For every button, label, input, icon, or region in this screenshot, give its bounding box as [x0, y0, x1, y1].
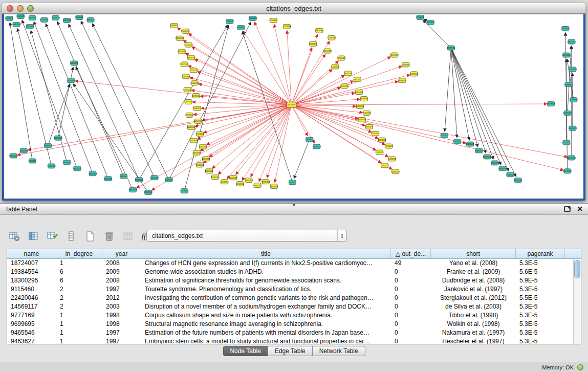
zoom-window-button[interactable] [27, 5, 34, 12]
splitter-handle[interactable]: ▼ [292, 203, 296, 207]
tab-edge-table[interactable]: Edge Table [268, 346, 313, 356]
table-row[interactable]: 946554611997Estimation of the future num… [7, 329, 581, 337]
graph-node-label: 17241283 [211, 177, 220, 179]
close-panel-icon[interactable]: ✕ [577, 205, 583, 212]
delete-table-icon[interactable] [103, 230, 115, 243]
graph-edge [46, 24, 108, 179]
close-window-button[interactable] [7, 5, 13, 12]
table-cell: 1 [56, 329, 102, 337]
select-columns-icon[interactable] [27, 230, 39, 243]
float-panel-icon[interactable] [564, 206, 571, 212]
graph-node-label: 24034512 [63, 162, 71, 164]
status-bar: Memory: OK [0, 362, 588, 372]
graph-node-label: 16419013 [189, 140, 198, 142]
table-cell: Genome-wide association studies in ADHD. [141, 268, 391, 276]
table-cell: 2003 [102, 302, 141, 311]
network-select-dropdown[interactable]: citations_edges.txt ▲▼ [146, 230, 347, 242]
table-cell: 6 [56, 268, 102, 276]
table-row[interactable]: 1456911722003Disruption of a novel membe… [7, 302, 581, 311]
graph-node-label: 14957583 [202, 158, 210, 160]
column-header-out_de[interactable]: △ out_de... [391, 249, 431, 259]
table-cell: 18300295 [7, 276, 56, 285]
graph-edge [198, 105, 292, 139]
table-cell: Jankovic et al. (1997) [431, 285, 516, 294]
graph-node-label: 17450831 [402, 64, 410, 66]
graph-edge [451, 48, 477, 147]
graph-node-label: 16121626 [340, 85, 349, 87]
table-cell: Corpus callosum shape and size in male p… [141, 311, 391, 320]
table-cell: 9463627 [7, 337, 56, 344]
graph-node-label: 13216083 [229, 177, 237, 179]
graph-edge [192, 47, 291, 105]
table-row[interactable]: 946362711997Embryonic stem cells: a mode… [7, 337, 581, 344]
table-row[interactable]: 969969511998Structural magnetic resonanc… [7, 320, 581, 329]
table-cell: 0 [391, 268, 431, 276]
graph-node-label: 18123193 [569, 69, 577, 71]
edit-table-icon[interactable] [46, 230, 58, 243]
graph-node-label: 10996935 [388, 158, 396, 160]
table-cell: 5.9E-5 [516, 276, 565, 285]
table-cell: 0 [391, 311, 431, 320]
graph-edge [203, 105, 291, 163]
graph-node-label: 16261514 [236, 183, 244, 185]
column-header-name[interactable]: name [7, 249, 56, 259]
graph-node-label: 22451323 [182, 76, 190, 78]
graph-node-label: 18601523 [483, 156, 491, 158]
graph-node-label: 15142712 [199, 146, 207, 148]
table-cell: Investigating the contribution of common… [141, 294, 391, 302]
graph-edge [291, 105, 466, 143]
table-row[interactable]: 1872400712008Changes of HCN gene express… [7, 259, 581, 268]
graph-edge [291, 57, 390, 105]
network-window: citations_edges.txt 18724007185894111662… [2, 3, 585, 201]
column-header-short[interactable]: short [431, 249, 516, 259]
table-row[interactable]: 911546021997Tourette syndrome. Phenomeno… [7, 285, 581, 294]
graph-node-label: 12871612 [180, 63, 188, 65]
dropdown-arrows-icon: ▲▼ [337, 230, 346, 241]
column-header-title[interactable]: title [141, 249, 391, 259]
table-row[interactable]: 977716911998Corpus callosum shape and si… [7, 311, 581, 320]
column-header-year[interactable]: year [102, 249, 141, 259]
graph-node-label: 19581823 [337, 57, 345, 59]
table-row[interactable]: 1938455462009Genome-wide association stu… [7, 268, 581, 276]
table-settings-icon[interactable] [8, 230, 20, 243]
minimize-window-button[interactable] [17, 5, 24, 12]
table-row[interactable]: 2242004622012Investigating the contribut… [7, 294, 581, 302]
import-table-icon [122, 230, 134, 243]
scrollbar-thumb[interactable] [574, 260, 580, 278]
graph-node-label: 14487943 [12, 24, 20, 26]
new-table-icon[interactable] [84, 230, 96, 243]
table-cell: Estimation of significance thresholds fo… [141, 276, 391, 285]
table-cell: 0 [391, 329, 431, 337]
graph-node-label: 19669562 [309, 43, 317, 45]
graph-node-label: 19145421 [43, 145, 52, 147]
graph-edge [294, 140, 309, 179]
row-height-icon[interactable] [65, 230, 77, 243]
table-cell: Disruption of a novel member of a sodium… [141, 302, 391, 311]
table-cell: 0 [391, 320, 431, 329]
graph-node-label: 16064773 [398, 80, 406, 82]
network-canvas-area: 1872400718589411166201242242068512751413… [4, 14, 583, 199]
column-header-pagerank[interactable]: pagerank [516, 249, 565, 259]
window-title: citations_edges.txt [266, 5, 321, 12]
network-graph-canvas[interactable]: 1872400718589411166201242242068512751413… [4, 14, 583, 199]
table-cell: 2008 [102, 259, 141, 268]
graph-edge [28, 105, 291, 150]
graph-edge [209, 105, 291, 157]
graph-node-label: 9465546 [76, 16, 83, 18]
graph-node-label: 22160164 [358, 119, 366, 121]
table-scrollbar[interactable] [573, 259, 581, 344]
table-row[interactable]: 1830029562008Estimation of significance … [7, 276, 581, 285]
column-header-in_degree[interactable]: in_degree [56, 249, 102, 259]
graph-node-label: 10660124 [569, 127, 577, 129]
graph-edge [291, 54, 325, 105]
table-cell: 18724007 [7, 259, 56, 268]
graph-node-label: 16854932 [205, 170, 213, 172]
memory-ok-indicator [577, 364, 583, 370]
table-cell: 2009 [102, 268, 141, 276]
graph-edge [189, 33, 292, 105]
tab-network-table[interactable]: Network Table [312, 346, 365, 356]
window-titlebar[interactable]: citations_edges.txt [2, 3, 585, 14]
traffic-lights [7, 5, 34, 12]
tab-node-table[interactable]: Node Table [223, 346, 268, 356]
graph-node-label: 22046971 [221, 181, 229, 183]
